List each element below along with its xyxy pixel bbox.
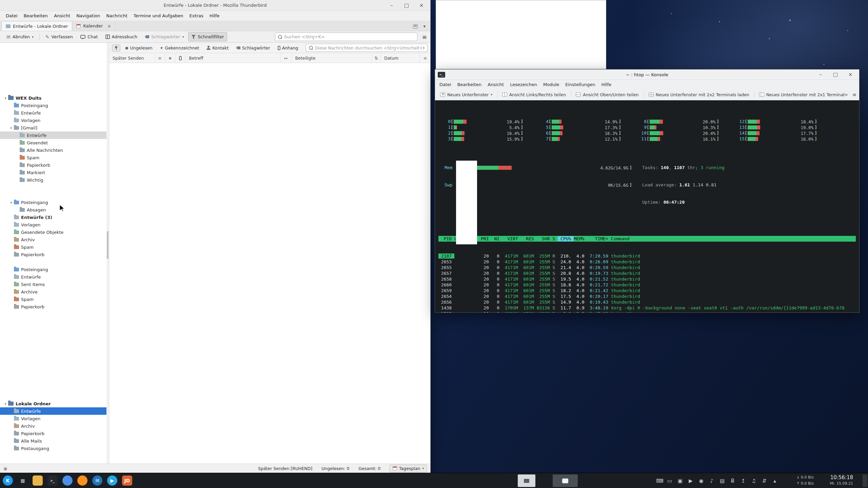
folder-row-entw-rfe-3[interactable]: Entwürfe (3) [0,214,109,221]
konsole-menu-bearbeiten[interactable]: Bearbeiten [454,81,485,88]
tb-menu-datei[interactable]: Datei [3,12,21,20]
column-swap-icon[interactable]: ↔ [280,53,292,63]
keyboard-layout-icon[interactable]: ⌨ [656,478,662,484]
column-picker-icon[interactable]: ≡ [420,53,430,63]
tab-list-icon[interactable]: ▾ [423,24,426,29]
process-row-2659[interactable]: 2659 20 0 4171M 601M 255M S 18.2 4.0 0:2… [438,288,856,293]
folder-row-archive[interactable]: Archive [0,288,109,296]
tb-menu-bearbeiten[interactable]: Bearbeiten [21,12,51,20]
konsole-menu-hilfe[interactable]: Hilfe [598,81,614,88]
clock-widget[interactable]: 10:56:18 Mi. 15.09.21 [830,474,853,486]
konsole-titlebar[interactable]: >_ ~ : htop — Konsole – □ × [435,69,859,80]
folder-row-papierkorb[interactable]: Papierkorb [0,430,109,437]
header-ni[interactable]: NI [492,236,502,241]
column-sort-icon[interactable]: ⇅ [372,53,381,63]
folder-row-lokale-ordner[interactable]: ▾Lokale Ordner [0,400,109,407]
tab-calendar[interactable]: Kalender × [72,21,115,31]
virtual-desktops-pager[interactable]: ▦ [18,475,28,486]
column-starred-icon[interactable]: ★ [165,53,175,63]
header-pri[interactable]: PRI [481,236,491,241]
screen-layout-icon[interactable]: ▭ [667,478,673,484]
folder-row-papierkorb[interactable]: Papierkorb [0,161,109,169]
tb-menu-hilfe[interactable]: Hilfe [206,12,223,20]
thunderbird-titlebar[interactable]: Entwürfe - Lokale Ordner - Mozilla Thund… [0,0,430,11]
filter-search-input[interactable] [315,45,425,50]
header-time[interactable]: TIME+ [587,236,611,241]
folder-row-wichtig[interactable]: Wichtig [0,176,109,184]
maximize-button[interactable]: □ [828,72,843,78]
process-row-2107[interactable]: 2107 20 0 4171M 601M 255M R 210. 4.0 7:2… [438,253,856,259]
close-button[interactable]: × [843,72,858,78]
scrollbar-thumb[interactable] [107,231,108,259]
konsole-menu-einstellungen[interactable]: Einstellungen [562,81,598,88]
panel-edge-button[interactable] [863,474,867,487]
tab-overview-icon[interactable] [413,24,418,28]
folder-row-gesendete-objekte[interactable]: Gesendete Objekte [0,228,109,236]
konsole-toolbar-neues-unterfenster-mit-2x1-terminals-laden[interactable]: Neues Unterfenster mit 2x1 Terminals lad… [757,91,845,99]
chromium[interactable] [62,475,73,486]
column-thread-icon[interactable]: ≡ [155,53,165,63]
maximize-button[interactable]: □ [399,2,414,8]
terminal-launcher[interactable]: >_ [47,475,58,486]
process-row-2653[interactable]: 2653 20 0 4171M 601M 255M S 24.0 4.0 0:2… [438,259,856,265]
folder-row-wex-duits[interactable]: ▾WEX Duits [0,94,109,102]
tab-close-icon[interactable]: × [107,23,111,29]
folder-row-archiv[interactable]: Archiv [0,236,109,243]
tb-menu-extras[interactable]: Extras [186,12,206,20]
folder-row-sent-items[interactable]: Sent Items [0,281,109,288]
column-subject[interactable]: Betreff [185,53,280,63]
application-launcher[interactable]: K [3,475,13,486]
thunderbird[interactable]: ✉ [92,475,102,486]
column-date[interactable]: Datum [381,53,420,63]
folder-row-vorlagen[interactable]: Vorlagen [0,221,109,228]
folder-row-markiert[interactable]: Markiert [0,169,109,176]
tab-drafts-local-folders[interactable]: Entwürfe - Lokale Ordner [1,21,72,31]
clipboard-icon[interactable]: ▣ [677,478,683,484]
folder-row-posteingang[interactable]: Posteingang [0,266,109,273]
folder-row-spam[interactable]: Spam [0,154,109,161]
folder-row-gmail[interactable]: ▾[Gmail] [0,124,109,131]
tb-menu-nachricht[interactable]: Nachricht [103,12,131,20]
firefox[interactable] [77,475,87,486]
folder-row-alle-nachrichten[interactable]: Alle Nachrichten [0,146,109,154]
folder-row-alle-mails[interactable]: Alle Mails [0,437,109,445]
volume-icon[interactable]: ♫ [751,478,757,484]
filter-contact-button[interactable]: Kontakt [204,44,231,52]
konsole-toolbar-neues-unterfenster[interactable]: Neues Unterfenster▾ [438,91,495,99]
usb-devices-icon[interactable]: ↥ [740,478,746,484]
folder-row-spam[interactable]: Spam [0,243,109,251]
header-command[interactable]: Command [611,236,630,241]
folder-row-vorlagen[interactable]: Vorlagen [0,117,109,124]
process-row-2656[interactable]: 2656 20 0 4171M 601M 255M S 14.9 4.0 0:1… [438,299,856,305]
telegram[interactable]: ▶ [107,475,117,486]
process-row-2654[interactable]: 2654 20 0 4171M 601M 255M S 17.5 4.0 0:2… [438,293,856,299]
minimize-button[interactable]: – [813,72,828,78]
filter-unread-button[interactable]: ● Ungelesen [122,44,155,52]
header-virt[interactable]: VIRT [502,236,521,241]
expander-icon[interactable]: ▾ [3,402,8,406]
folder-row-entw-rfe[interactable]: Entwürfe [0,273,109,281]
get-messages-button[interactable]: ✉ Abrufen ▾ [3,32,37,41]
filter-attachment-button[interactable]: Anhang [275,44,301,52]
folder-row-entw-rfe[interactable]: Entwürfe [0,407,109,415]
quick-filter-pin-button[interactable] [112,44,120,52]
tb-menu-termine-und-aufgaben[interactable]: Termine und Aufgaben [131,12,186,20]
app-menu-icon[interactable]: ≡ [422,34,427,40]
folder-row-gesendet[interactable]: Gesendet [0,139,109,146]
quick-filter-button[interactable]: Schnellfilter [188,32,227,41]
search-input[interactable] [284,34,414,39]
folder-row-entw-rfe[interactable]: Entwürfe [0,131,109,139]
konsole-menu-datei[interactable]: Datei [436,81,454,88]
terminal-screen[interactable]: 0[19.4%]1[5.4%]2[16.4%]3[15.9%]4[14.9%]5… [435,100,859,312]
tb-menu-navigation[interactable]: Navigation [73,12,103,20]
expander-icon[interactable]: ▾ [3,96,8,100]
folder-pane-scrollbar[interactable] [106,43,109,464]
media-player-icon[interactable]: ♪ [709,478,715,484]
network-speed-widget[interactable]: ↓ 0.0 B/s ↑ 0.0 B/s [796,474,814,487]
expander-icon[interactable]: ▾ [8,201,14,204]
pin-tray-icon[interactable]: ◉ [698,478,704,484]
folder-row-archiv[interactable]: Archiv [0,422,109,430]
process-row-2660[interactable]: 2660 20 0 4171M 601M 255M S 18.8 4.0 0:2… [438,282,856,288]
konsole-menu-module[interactable]: Module [540,81,562,88]
column-correspondents[interactable]: Beteiligte [292,53,372,63]
